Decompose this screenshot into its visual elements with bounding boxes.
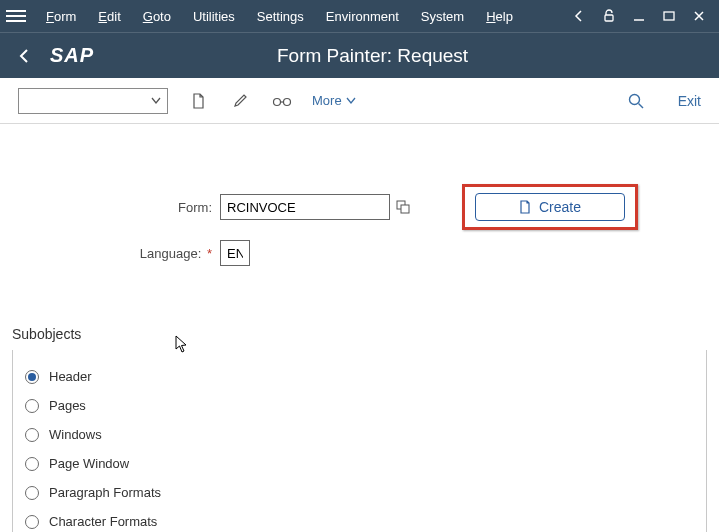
toolbar-combo[interactable] <box>18 88 168 114</box>
radio-icon <box>25 428 39 442</box>
exit-button[interactable]: Exit <box>678 93 701 109</box>
chevron-left-icon[interactable] <box>565 2 593 30</box>
lock-icon[interactable] <box>595 2 623 30</box>
create-button[interactable]: Create <box>475 193 625 221</box>
search-icon[interactable] <box>624 89 648 113</box>
form-input[interactable] <box>220 194 390 220</box>
radio-icon <box>25 486 39 500</box>
radio-icon <box>25 399 39 413</box>
radio-label: Header <box>49 369 92 384</box>
svg-point-4 <box>284 98 291 105</box>
radio-pages[interactable]: Pages <box>23 391 696 420</box>
create-label: Create <box>539 199 581 215</box>
app-toolbar: More Exit <box>0 78 719 124</box>
glasses-icon[interactable] <box>270 89 294 113</box>
form-area: Form: Create Language: * <box>0 124 719 306</box>
radio-character-formats[interactable]: Character Formats <box>23 507 696 532</box>
radio-label: Windows <box>49 427 102 442</box>
menu-environment[interactable]: Environment <box>316 5 409 28</box>
svg-line-6 <box>638 103 643 108</box>
more-menu[interactable]: More <box>312 93 356 108</box>
back-icon[interactable] <box>12 44 36 68</box>
subobjects-heading: Subobjects <box>12 326 719 342</box>
menubar: Form Edit Goto Utilities Settings Enviro… <box>0 0 719 32</box>
menu-goto-label: oto <box>153 9 171 24</box>
menu-help[interactable]: Help <box>476 5 523 28</box>
svg-point-3 <box>274 98 281 105</box>
form-label: Form: <box>20 200 220 215</box>
more-label: More <box>312 93 342 108</box>
form-field-row: Form: Create <box>20 184 699 230</box>
radio-label: Paragraph Formats <box>49 485 161 500</box>
language-label: Language: * <box>20 246 220 261</box>
chevron-down-icon <box>346 97 356 105</box>
hamburger-icon[interactable] <box>6 6 26 26</box>
maximize-icon[interactable] <box>655 2 683 30</box>
menu-form[interactable]: Form <box>36 5 86 28</box>
svg-rect-0 <box>605 15 613 21</box>
radio-windows[interactable]: Windows <box>23 420 696 449</box>
radio-label: Page Window <box>49 456 129 471</box>
language-input[interactable] <box>220 240 250 266</box>
radio-label: Pages <box>49 398 86 413</box>
svg-rect-2 <box>664 12 674 20</box>
subobjects-panel: Header Pages Windows Page Window Paragra… <box>12 350 707 532</box>
radio-icon <box>25 457 39 471</box>
sap-logo: SAP <box>50 44 94 67</box>
svg-point-5 <box>629 94 639 104</box>
page-title: Form Painter: Request <box>118 45 627 67</box>
language-field-row: Language: * <box>20 240 699 266</box>
menu-form-label: orm <box>54 9 76 24</box>
radio-label: Character Formats <box>49 514 157 529</box>
radio-icon <box>25 515 39 529</box>
radio-header[interactable]: Header <box>23 362 696 391</box>
menu-help-label: elp <box>496 9 513 24</box>
document-icon[interactable] <box>186 89 210 113</box>
menu-edit[interactable]: Edit <box>88 5 130 28</box>
pencil-icon[interactable] <box>228 89 252 113</box>
document-icon <box>519 200 531 214</box>
menu-goto[interactable]: Goto <box>133 5 181 28</box>
titlebar: SAP Form Painter: Request <box>0 32 719 78</box>
menu-utilities[interactable]: Utilities <box>183 5 245 28</box>
svg-rect-8 <box>401 205 409 213</box>
create-highlight: Create <box>462 184 638 230</box>
menu-system[interactable]: System <box>411 5 474 28</box>
chevron-down-icon <box>151 97 161 105</box>
value-help-icon[interactable] <box>392 195 414 219</box>
radio-page-window[interactable]: Page Window <box>23 449 696 478</box>
minimize-icon[interactable] <box>625 2 653 30</box>
menu-edit-label: dit <box>107 9 121 24</box>
close-icon[interactable] <box>685 2 713 30</box>
menu-settings[interactable]: Settings <box>247 5 314 28</box>
radio-paragraph-formats[interactable]: Paragraph Formats <box>23 478 696 507</box>
radio-icon <box>25 370 39 384</box>
